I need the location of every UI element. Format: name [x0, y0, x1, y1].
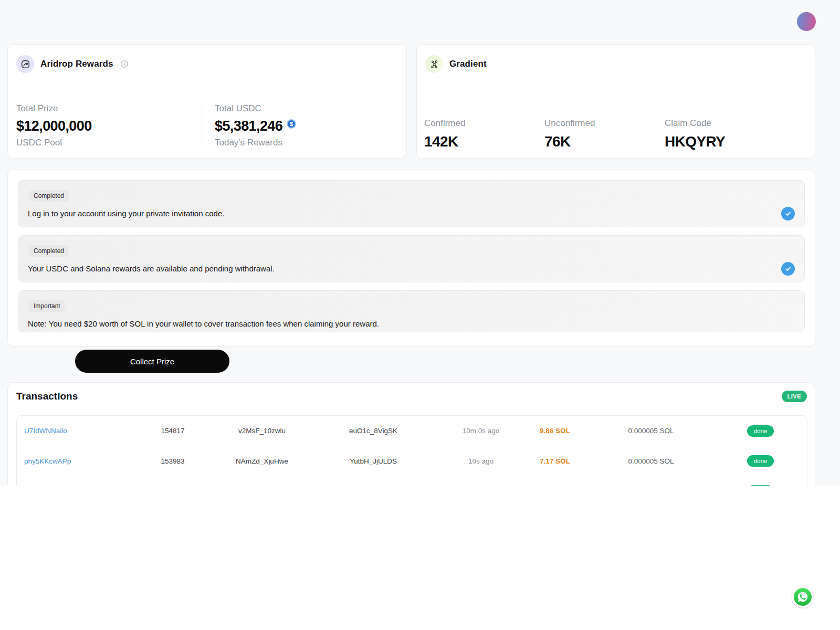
- total-prize-sub: USDC Pool: [16, 138, 202, 148]
- step-item: Completed Log in to your account using y…: [18, 180, 805, 227]
- steps-panel: Completed Log in to your account using y…: [7, 169, 815, 346]
- summary-cards: Aridrop Rewards Total Prize $12,000,000 …: [7, 44, 815, 159]
- step-text: Note: You need $20 worth of SOL in your …: [28, 319, 795, 328]
- rewards-card-title: Aridrop Rewards: [40, 59, 113, 69]
- transactions-panel: Transactions LIVE U7IdWNNailo 154817 v2M…: [7, 382, 815, 486]
- step-badge: Important: [28, 300, 66, 312]
- step-item: Important Note: You need $20 worth of SO…: [18, 290, 805, 332]
- check-icon: [781, 262, 795, 276]
- step-text: Log in to your account using your privat…: [28, 209, 795, 218]
- status-badge: done: [747, 485, 774, 486]
- step-badge: Completed: [28, 190, 70, 202]
- rewards-card-header: Aridrop Rewards: [8, 45, 406, 73]
- claim-code-label: Claim Code: [665, 118, 785, 129]
- transactions-table: U7IdWNNailo 154817 v2MsF_10zwlu euO1c_8V…: [16, 415, 807, 486]
- rewards-stats: Total Prize $12,000,000 USDC Pool Total …: [8, 103, 406, 148]
- total-usdc-label: Total USDC: [215, 103, 406, 114]
- table-row: FG0bcLEUmvw 153028 i1jVd_u5qv9P P3e7e_TY…: [17, 476, 807, 486]
- confirmed-label: Confirmed: [424, 118, 544, 129]
- page: Aridrop Rewards Total Prize $12,000,000 …: [0, 0, 840, 486]
- tx-id-link[interactable]: phy5KKcwAPp: [17, 457, 128, 465]
- tx-time: 10m 0s ago: [440, 427, 522, 435]
- unconfirmed-stat: Unconfirmed 76K: [544, 118, 665, 149]
- claim-code-value: HKQYRY: [665, 134, 785, 149]
- status-badge: done: [747, 455, 774, 467]
- network-nodes-icon: [425, 55, 443, 73]
- total-usdc-value: $5,381,246: [215, 119, 282, 133]
- tx-to: euO1c_8VigSK: [307, 427, 440, 435]
- whatsapp-button[interactable]: [792, 586, 813, 607]
- step-badge: Completed: [28, 245, 70, 257]
- gradient-card: Gradient Confirmed 142K Unconfirmed 76K …: [416, 44, 815, 159]
- avatar[interactable]: [797, 12, 816, 31]
- gradient-card-title: Gradient: [449, 59, 487, 69]
- table-row: phy5KKcwAPp 153983 NAmZd_XjuHwe YutbH_Jj…: [17, 446, 807, 476]
- unconfirmed-value: 76K: [544, 134, 665, 149]
- gradient-stats: Confirmed 142K Unconfirmed 76K Claim Cod…: [424, 118, 785, 149]
- unconfirmed-label: Unconfirmed: [544, 118, 665, 129]
- airdrop-rewards-card: Aridrop Rewards Total Prize $12,000,000 …: [7, 44, 407, 159]
- tx-id-link[interactable]: U7IdWNNailo: [17, 427, 128, 435]
- confirmed-value: 142K: [424, 134, 544, 149]
- total-prize-value: $12,000,000: [16, 119, 202, 133]
- tx-fee: 0.000005 SOL: [588, 457, 714, 465]
- tx-amount: 9.86 SOL: [522, 427, 588, 435]
- gradient-card-header: Gradient: [417, 45, 815, 73]
- check-icon: [781, 207, 795, 220]
- step-item: Completed Your USDC and Solana rewards a…: [18, 235, 805, 282]
- tx-from: v2MsF_10zwlu: [217, 427, 307, 435]
- total-usdc-sub: Today's Rewards: [215, 138, 406, 148]
- total-prize-label: Total Prize: [16, 103, 202, 114]
- trending-up-icon: [16, 55, 34, 73]
- tx-block: 154817: [128, 427, 217, 435]
- transactions-title: Transactions: [16, 391, 78, 402]
- confirmed-stat: Confirmed 142K: [424, 118, 544, 149]
- status-badge: done: [747, 425, 774, 437]
- claim-code-stat: Claim Code HKQYRY: [665, 118, 785, 149]
- tx-time: 10s ago: [440, 457, 522, 465]
- live-badge: LIVE: [782, 391, 807, 402]
- collect-prize-button[interactable]: Collect Prize: [75, 350, 229, 373]
- tx-fee: 0.000005 SOL: [588, 427, 714, 435]
- total-prize-stat: Total Prize $12,000,000 USDC Pool: [8, 103, 202, 148]
- table-row: U7IdWNNailo 154817 v2MsF_10zwlu euO1c_8V…: [17, 416, 807, 446]
- step-text: Your USDC and Solana rewards are availab…: [28, 264, 795, 273]
- tx-to: YutbH_JjULDS: [307, 457, 440, 465]
- tx-from: NAmZd_XjuHwe: [217, 457, 307, 465]
- total-usdc-stat: Total USDC $5,381,246 $ Today's Rewards: [202, 103, 406, 148]
- usdc-coin-icon: $: [287, 119, 296, 129]
- info-icon[interactable]: [120, 60, 129, 68]
- tx-amount: 7.17 SOL: [522, 457, 588, 465]
- tx-block: 153983: [128, 457, 217, 465]
